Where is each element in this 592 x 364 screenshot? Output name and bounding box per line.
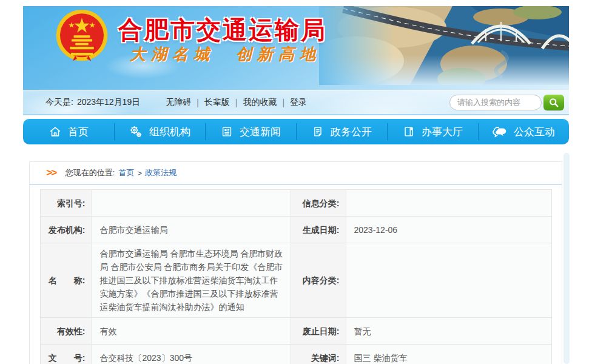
link-separator: | (282, 98, 284, 107)
main-nav: 首页 组织机构 交通新闻 (23, 119, 569, 144)
national-emblem-icon (55, 7, 109, 66)
field-value-keywords: 国三 柴油货车 (346, 345, 551, 364)
field-value-content-category (346, 243, 551, 318)
table-row: 文 号: 合交科技〔2023〕300号 关键词: 国三 柴油货车 (40, 345, 551, 364)
field-label-issuing-agency: 发布机构: (40, 217, 92, 243)
news-icon (220, 125, 234, 138)
bridge-photo (319, 6, 569, 85)
site-title: 合肥市交通运输局 (118, 13, 327, 47)
field-label-validity: 有效性: (40, 318, 92, 345)
nav-item-service-hall[interactable]: 办事大厅 (387, 119, 478, 144)
table-row: 有效性: 有效 废止日期: 暂无 (40, 318, 551, 345)
table-row: 索引号: 信息分类: (40, 190, 551, 217)
site-header: 合肥市交通运输局 大湖名城 创新高地 今天是:2023年12月19日 无障碍 |… (23, 6, 569, 115)
field-label-title: 名 称: (40, 243, 92, 318)
chat-icon (492, 125, 508, 138)
utility-links: 无障碍 | 长辈版 | 我的收藏 | 登录 (166, 97, 307, 108)
field-label-info-category: 信息分类: (291, 190, 346, 217)
breadcrumb: >> 您现在的位置: 首页 > 政策法规 (30, 162, 562, 185)
service-hall-icon (402, 125, 415, 138)
gears-icon (129, 124, 143, 139)
utility-bar: 今天是:2023年12月19日 无障碍 | 长辈版 | 我的收藏 | 登录 (23, 90, 569, 115)
nav-label: 首页 (68, 125, 89, 139)
field-value-validity: 有效 (92, 318, 291, 345)
nav-item-gov-info[interactable]: 政务公开 (296, 119, 387, 144)
field-value-issuing-agency: 合肥市交通运输局 (92, 217, 291, 243)
nav-label: 公众互动 (514, 125, 555, 139)
field-label-repeal-date: 废止日期: (291, 318, 346, 345)
field-value-title: 合肥市交通运输局 合肥市生态环境局 合肥市财政局 合肥市公安局 合肥市商务局关于… (92, 243, 291, 318)
breadcrumb-home-link[interactable]: 首页 (118, 167, 134, 178)
elder-version-link[interactable]: 长辈版 (204, 97, 230, 108)
nav-label: 组织机构 (149, 125, 190, 139)
field-label-doc-number: 文 号: (40, 345, 92, 364)
link-separator: | (235, 98, 238, 107)
search-icon (548, 97, 559, 108)
login-link[interactable]: 登录 (290, 97, 307, 108)
home-icon (49, 125, 62, 138)
field-value-doc-number: 合交科技〔2023〕300号 (92, 345, 291, 364)
photo-fade-overlay (319, 6, 569, 85)
field-label-issue-date: 生成日期: (291, 217, 346, 243)
search-button[interactable] (543, 95, 564, 110)
nav-item-organization[interactable]: 组织机构 (114, 119, 205, 144)
site-slogan: 大湖名城 创新高地 (130, 44, 321, 65)
nav-label: 交通新闻 (240, 125, 281, 139)
breadcrumb-prefix: 您现在的位置: (66, 167, 115, 178)
breadcrumb-arrows-icon: >> (46, 167, 56, 179)
content-box: >> 您现在的位置: 首页 > 政策法规 索引号: 信息分类: 发布机构: 合肥… (29, 161, 562, 364)
field-label-index-no: 索引号: (40, 190, 92, 217)
search-bar (449, 95, 564, 110)
field-label-content-category: 内容分类: (291, 243, 346, 318)
date-value: 2023年12月19日 (77, 97, 140, 107)
current-date: 今天是:2023年12月19日 (45, 97, 140, 108)
link-separator: | (197, 98, 199, 107)
page: 合肥市交通运输局 大湖名城 创新高地 今天是:2023年12月19日 无障碍 |… (0, 0, 592, 364)
breadcrumb-current-link[interactable]: 政策法规 (145, 167, 177, 178)
nav-item-news[interactable]: 交通新闻 (205, 119, 296, 144)
date-prefix: 今天是: (45, 97, 73, 107)
field-value-issue-date: 2023-12-06 (346, 217, 551, 243)
table-row: 发布机构: 合肥市交通运输局 生成日期: 2023-12-06 (40, 217, 551, 243)
nav-item-interaction[interactable]: 公众互动 (478, 119, 569, 144)
favorites-link[interactable]: 我的收藏 (243, 97, 277, 108)
nav-item-home[interactable]: 首页 (23, 119, 114, 144)
field-value-index-no (92, 190, 291, 217)
nav-label: 政务公开 (331, 125, 372, 139)
scroll-strip (563, 153, 570, 364)
policy-info-table: 索引号: 信息分类: 发布机构: 合肥市交通运输局 生成日期: 2023-12-… (40, 189, 552, 364)
field-value-info-category (346, 190, 551, 217)
field-value-repeal-date: 暂无 (346, 318, 551, 345)
search-input[interactable] (449, 95, 542, 110)
table-row: 名 称: 合肥市交通运输局 合肥市生态环境局 合肥市财政局 合肥市公安局 合肥市… (40, 243, 551, 318)
nav-label: 办事大厅 (422, 125, 463, 139)
accessibility-link[interactable]: 无障碍 (166, 97, 191, 108)
breadcrumb-separator: > (137, 169, 142, 178)
document-icon (311, 125, 325, 138)
field-label-keywords: 关键词: (291, 345, 346, 364)
